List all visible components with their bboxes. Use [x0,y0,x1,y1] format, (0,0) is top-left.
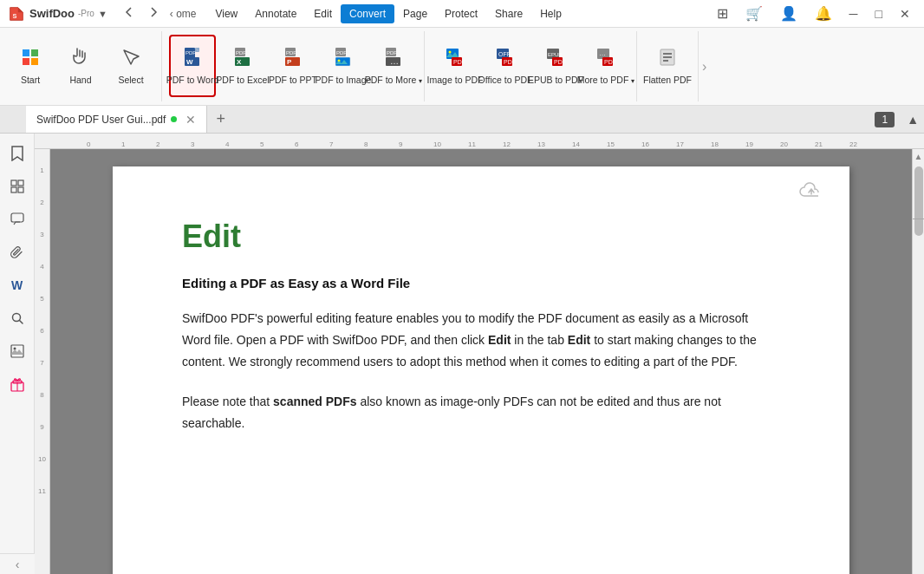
pdf-to-image-icon: PDF [333,47,354,71]
svg-rect-3 [23,49,29,56]
scroll-divider [913,219,924,219]
svg-text:PDF: PDF [453,59,465,65]
sidebar-gift-btn[interactable] [4,371,30,397]
app-name: SwifDoo [29,7,75,20]
title-bar: S SwifDoo -Pro ▼ ‹ ome View Annotate Edi… [0,0,924,28]
pdf-to-word-icon: W PDF [182,47,203,71]
grid-icon-btn[interactable]: ⊞ [710,2,735,25]
ruler-tick-18: 18 [711,140,745,148]
pdf-to-more-label: PDF to More ▾ [365,75,422,86]
pdf-to-image-button[interactable]: PDF PDF to Image [320,35,367,97]
history-nav: ‹ ome [118,4,200,23]
start-button[interactable]: Start [7,35,54,97]
store-icon-btn[interactable]: 🛒 [739,2,770,25]
scrollbar-right[interactable]: ▲ [912,149,924,574]
sidebar-image-btn[interactable] [4,338,30,364]
window-controls: ⊞ 🛒 👤 🔔 ─ □ ✕ [710,2,917,25]
menu-help[interactable]: Help [531,4,570,23]
tab-title: SwifDoo PDF User Gui...pdf [36,114,166,126]
nav-forward-btn[interactable] [142,4,165,23]
menu-edit[interactable]: Edit [305,4,341,23]
nav-crumb: ‹ ome [166,8,200,20]
sidebar-word-btn[interactable]: W [4,272,30,298]
nav-back-btn[interactable] [118,4,140,23]
menu-convert[interactable]: Convert [341,4,394,23]
pdf-to-excel-label: PDF to Excel [216,75,269,86]
sidebar-bookmark-btn[interactable] [4,140,30,166]
tab-close-btn[interactable]: ✕ [185,113,196,127]
ribbon-expand-btn[interactable]: › [699,59,710,75]
svg-text:P: P [287,58,292,66]
notif-icon-btn[interactable]: 🔔 [808,2,839,25]
ribbon-group-tools: Flatten PDF [637,31,699,101]
tab-add-btn[interactable]: + [207,110,234,128]
sidebar-grid-btn[interactable] [4,173,30,199]
more-to-pdf-label: More to PDF ▾ [577,75,634,86]
svg-rect-50 [18,180,23,186]
content-area: 0 1 2 3 4 5 6 7 8 9 10 11 12 13 14 15 16 [35,134,924,574]
logo-dropdown[interactable]: ▼ [98,9,107,19]
ruler-tick-0: 0 [87,140,121,148]
flatten-pdf-button[interactable]: Flatten PDF [644,35,691,97]
hand-icon [70,47,91,71]
page-container[interactable]: Edit Editing a PDF as Easy as a Word Fil… [50,149,912,574]
select-button[interactable]: Select [107,35,154,97]
image-to-pdf-button[interactable]: PDF Image to PDF [432,35,478,97]
paragraph-1: SwifDoo PDF's powerful editing feature e… [182,308,780,374]
sidebar-left: W ‹ [0,134,35,574]
select-icon [120,47,141,71]
svg-rect-53 [11,213,23,222]
scrollbar-thumb[interactable] [914,166,923,236]
ruler-tick-7: 7 [329,140,364,148]
hand-button[interactable]: Hand [57,35,104,97]
sidebar-collapse-btn[interactable]: ‹ [0,553,35,574]
ribbon-collapse-btn[interactable]: ▲ [901,113,924,127]
epub-to-pdf-icon: EPUB PDF [545,47,566,71]
image-to-pdf-icon: PDF [445,47,465,71]
svg-text:…: … [390,56,399,66]
ribbon-toolbar: Start Hand Select W [0,28,924,106]
cloud-sync-icon[interactable] [799,180,823,205]
office-to-pdf-label: Office to PDF [478,75,533,86]
svg-text:PDF: PDF [554,59,566,65]
select-label: Select [118,75,143,86]
epub-to-pdf-button[interactable]: EPUB PDF EPUB to PDF [532,35,579,97]
svg-text:X: X [237,58,242,66]
user-icon-btn[interactable]: 👤 [773,2,804,25]
pdf-to-excel-button[interactable]: PDF X PDF to Excel [219,35,266,97]
svg-text:EPUB: EPUB [548,52,562,57]
more-to-pdf-button[interactable]: … PDF More to PDF ▾ [582,35,629,97]
close-btn[interactable]: ✕ [893,3,917,24]
menu-protect[interactable]: Protect [436,4,486,23]
pdf-to-more-button[interactable]: PDF … PDF to More ▾ [370,35,417,97]
restore-btn[interactable]: □ [869,3,889,24]
ruler-tick-11: 11 [468,140,503,148]
minimize-btn[interactable]: ─ [843,3,865,24]
ruler-tick-16: 16 [641,140,676,148]
svg-marker-1 [18,7,23,12]
menu-page[interactable]: Page [394,4,436,23]
svg-text:OFF: OFF [498,51,511,57]
pdf-to-ppt-icon: PDF P [283,47,303,71]
sidebar-comment-btn[interactable] [4,206,30,232]
pdf-to-word-button[interactable]: W PDF PDF to Word [169,35,216,97]
pdf-to-excel-icon: PDF X [232,47,253,71]
menu-bar: View Annotate Edit Convert Page Protect … [206,4,709,23]
sidebar-search-btn[interactable] [4,305,30,331]
menu-annotate[interactable]: Annotate [246,4,305,23]
office-to-pdf-button[interactable]: OFF PDF Office to PDF [482,35,529,97]
flatten-pdf-icon [657,47,678,71]
svg-rect-52 [18,187,23,192]
start-icon [20,47,41,71]
start-label: Start [21,75,40,86]
svg-text:PDF: PDF [504,59,516,65]
document-tab[interactable]: SwifDoo PDF User Gui...pdf ✕ [26,106,207,133]
menu-share[interactable]: Share [486,4,531,23]
ruler-tick-15: 15 [607,140,641,148]
svg-text:W: W [186,58,193,66]
scroll-up-btn[interactable]: ▲ [913,149,924,163]
pdf-to-ppt-button[interactable]: PDF P PDF to PPT [270,35,316,97]
menu-view[interactable]: View [206,4,246,23]
sidebar-attach-btn[interactable] [4,239,30,265]
page-content: Edit Editing a PDF as Easy as a Word Fil… [182,219,780,434]
